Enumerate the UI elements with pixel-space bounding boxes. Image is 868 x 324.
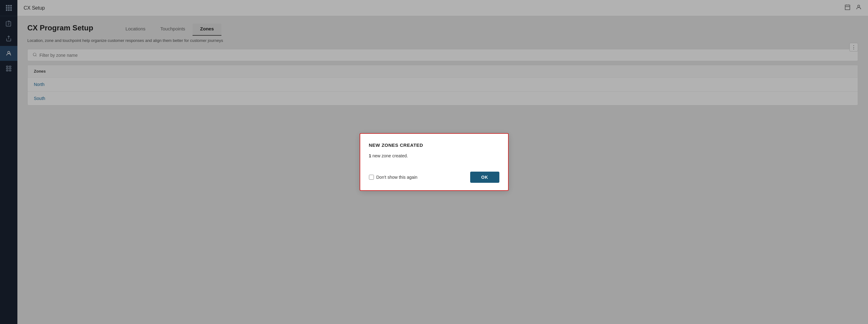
dont-show-text: Don't show this again [376,175,418,180]
dialog-title: NEW ZONES CREATED [369,142,499,148]
dialog-message: 1 new zone created. [369,153,499,159]
modal-overlay: NEW ZONES CREATED 1 new zone created. Do… [0,0,868,324]
dialog-message-text: new zone created. [371,153,408,158]
dialog-footer: Don't show this again OK [369,172,499,183]
dialog: NEW ZONES CREATED 1 new zone created. Do… [360,133,509,191]
ok-button[interactable]: OK [470,172,499,183]
dont-show-checkbox[interactable] [369,175,374,180]
dont-show-label[interactable]: Don't show this again [369,175,418,180]
